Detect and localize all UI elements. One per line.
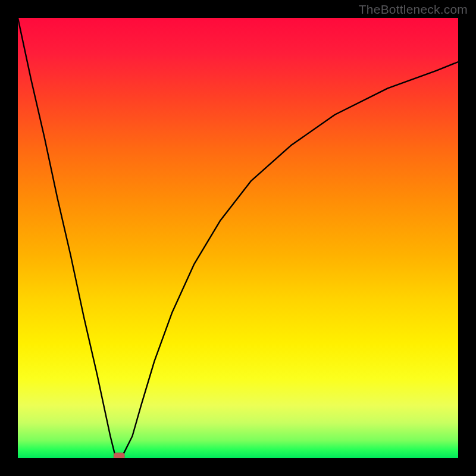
watermark-text: TheBottleneck.com: [359, 2, 468, 17]
bottleneck-curve: [18, 18, 458, 458]
plot-gradient-area: [18, 18, 458, 458]
chart-frame: TheBottleneck.com: [0, 0, 476, 476]
plot-svg: [18, 18, 458, 458]
minimum-marker: [114, 453, 124, 458]
